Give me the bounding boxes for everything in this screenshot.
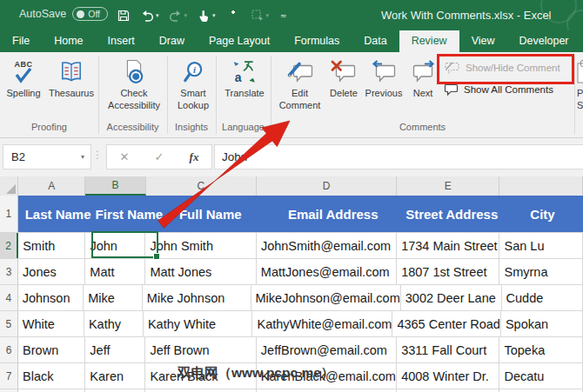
spelling-button[interactable]: ABC Spelling	[3, 57, 44, 99]
cell-a3[interactable]: Jones	[18, 259, 85, 284]
undo-button[interactable]: ▾	[137, 7, 163, 24]
cell-b3[interactable]: Matt	[85, 259, 145, 284]
name-box[interactable]: B2 ▾	[3, 144, 91, 169]
column-header-b[interactable]: B	[85, 176, 145, 196]
cell-a5[interactable]: White	[18, 311, 84, 336]
cell-f7[interactable]: Decatu	[499, 363, 583, 389]
cell-f1[interactable]: City	[502, 196, 583, 232]
formula-input[interactable]: John	[214, 144, 583, 169]
select-objects-button[interactable]: ▾	[247, 7, 273, 24]
column-header-e[interactable]: E	[397, 176, 499, 196]
tab-developer[interactable]: Developer	[507, 30, 581, 52]
row-header-2[interactable]: 2	[0, 233, 18, 258]
insert-function-icon[interactable]: fx	[190, 150, 199, 164]
redo-dropdown-caret[interactable]: ▾	[184, 12, 188, 19]
cell-b1[interactable]: First Name	[91, 196, 157, 232]
tab-page-layout[interactable]: Page Layout	[197, 30, 282, 52]
row-header-1[interactable]: 1	[0, 196, 18, 232]
cell-f3[interactable]: Smyrna	[499, 259, 583, 284]
cell-a4[interactable]: Johnson	[18, 285, 84, 310]
save-button[interactable]	[113, 7, 134, 24]
select-objects-dropdown-caret[interactable]: ▾	[266, 12, 270, 19]
cell-c5[interactable]: Kathy White	[144, 311, 253, 336]
show-all-comments-button[interactable]: Show All Comments	[444, 83, 553, 96]
cell-e2[interactable]: 1734 Main Street	[397, 233, 499, 258]
show-hide-comment-button[interactable]: Show/Hide Comment	[444, 61, 560, 74]
previous-comment-button[interactable]: Previous	[362, 57, 405, 99]
cell-f4[interactable]: Cudde	[502, 285, 583, 310]
row-header-3[interactable]: 3	[0, 259, 18, 284]
cell-a6[interactable]: Brown	[18, 337, 85, 362]
tab-insert[interactable]: Insert	[96, 30, 147, 52]
cell-c2[interactable]: John Smith	[145, 233, 256, 258]
cell-e1[interactable]: Street Address	[401, 196, 501, 232]
row-header-5[interactable]: 5	[0, 311, 18, 336]
touch-mode-dropdown-caret[interactable]: ▾	[212, 12, 216, 19]
table-row: 4 Johnson Mike Mike Johnson MikeJohnson@…	[0, 285, 583, 311]
cell-b7[interactable]: Karen	[85, 363, 145, 389]
edit-comment-button[interactable]: Edit Comment	[275, 57, 325, 111]
tab-data[interactable]: Data	[352, 30, 399, 52]
cell-a2[interactable]: Smith	[18, 233, 85, 258]
autosave-pill[interactable]: Off	[72, 7, 108, 21]
row-header-4[interactable]: 4	[0, 285, 18, 310]
select-all-button[interactable]	[0, 176, 18, 196]
smart-lookup-button[interactable]: i Smart Lookup	[171, 57, 216, 111]
cell-b5[interactable]: Kathy	[84, 311, 144, 336]
cell-e3[interactable]: 1807 1st Street	[397, 259, 499, 284]
cell-d7[interactable]: KarenBlack@email.com	[257, 363, 397, 389]
cell-c6[interactable]: Jeff Brown	[145, 337, 256, 362]
tab-draw[interactable]: Draw	[147, 30, 197, 52]
cell-c7[interactable]: Karen Black	[145, 363, 256, 389]
protect-sheet-button-partial[interactable]: P S	[577, 57, 583, 111]
enter-icon[interactable]: ✓	[155, 150, 164, 163]
translate-button[interactable]: a Translate	[219, 57, 270, 99]
tab-file[interactable]: File	[0, 30, 42, 52]
name-box-dropdown-icon[interactable]: ▾	[75, 153, 90, 161]
cell-d4[interactable]: MikeJohnson@email.com	[251, 285, 401, 310]
edit-comment-label-2: Comment	[279, 99, 321, 111]
autosave-toggle[interactable]: AutoSave Off	[19, 7, 108, 21]
touch-mouse-mode-button[interactable]: ▾	[193, 7, 219, 24]
thesaurus-button[interactable]: Thesaurus	[45, 57, 97, 99]
cell-b4[interactable]: Mike	[84, 285, 143, 310]
cell-f2[interactable]: San Lu	[499, 233, 583, 258]
delete-comment-button[interactable]: Delete	[325, 57, 362, 99]
cell-c1[interactable]: Full Name	[157, 196, 265, 232]
cell-d6[interactable]: JeffBrown@email.com	[257, 337, 397, 362]
cell-e4[interactable]: 3002 Deer Lane	[401, 285, 502, 310]
column-header-d[interactable]: D	[257, 176, 397, 196]
cell-f6[interactable]: Topeka	[499, 337, 583, 362]
cell-f5[interactable]: Spokan	[501, 311, 583, 336]
tab-view[interactable]: View	[459, 30, 507, 52]
cell-d2[interactable]: JohnSmith@email.com	[257, 233, 397, 258]
row-header-6[interactable]: 6	[0, 337, 18, 362]
cell-a7[interactable]: Black	[18, 363, 85, 389]
column-header-c[interactable]: C	[146, 176, 257, 196]
cell-e5[interactable]: 4365 Center Road	[392, 311, 501, 336]
next-comment-button[interactable]: Next	[407, 57, 439, 99]
cell-d5[interactable]: KathyWhite@email.com	[252, 311, 392, 336]
column-header-a[interactable]: A	[18, 176, 85, 196]
cell-a1[interactable]: Last Name	[18, 196, 91, 232]
cell-b6[interactable]: Jeff	[85, 337, 145, 362]
cell-e6[interactable]: 3311 Fall Court	[397, 337, 499, 362]
tab-formulas[interactable]: Formulas	[282, 30, 352, 52]
undo-dropdown-caret[interactable]: ▾	[156, 12, 159, 19]
tab-home[interactable]: Home	[42, 30, 95, 52]
cell-d3[interactable]: MattJones@email.com	[257, 259, 397, 284]
cell-c3[interactable]: Matt Jones	[145, 259, 256, 284]
tab-review[interactable]: Review	[399, 30, 459, 52]
diagram-addin-button[interactable]	[222, 7, 245, 24]
cancel-icon[interactable]: ✕	[120, 150, 130, 163]
cell-c4[interactable]: Mike Johnson	[143, 285, 251, 310]
cell-b2-active[interactable]: John	[85, 233, 145, 258]
column-header-f[interactable]	[499, 176, 583, 196]
cell-d1[interactable]: Email Address	[265, 196, 402, 232]
redo-button[interactable]: ▾	[165, 7, 191, 24]
customize-qat-button[interactable]: ≂	[275, 10, 291, 22]
row-header-7[interactable]: 7	[0, 363, 18, 389]
cell-e7[interactable]: 4008 Winter Dr.	[397, 363, 499, 389]
check-accessibility-button[interactable]: Check Accessibility	[102, 57, 166, 111]
formula-bar-splitter[interactable]: ⋮	[92, 149, 103, 161]
